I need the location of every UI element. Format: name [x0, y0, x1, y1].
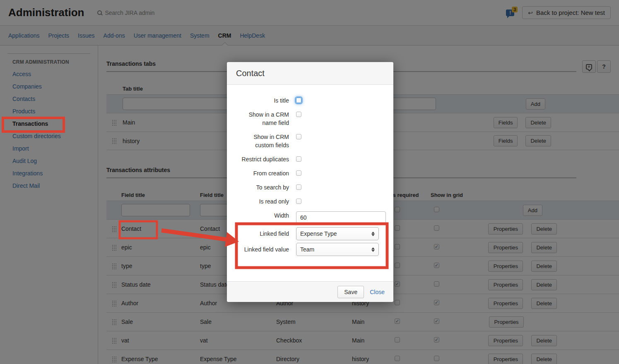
linked-field-value-selected-value: Team	[300, 246, 314, 253]
save-button[interactable]: Save	[337, 286, 364, 298]
is-title-label: Is title	[236, 96, 289, 105]
dialog-footer: Save Close	[227, 281, 393, 302]
to-search-by-checkbox[interactable]	[296, 184, 301, 190]
is-read-only-label: Is read only	[236, 197, 289, 206]
from-creation-label: From creation	[236, 169, 289, 177]
linked-field-value-label: Linked field value	[236, 243, 289, 256]
linked-field-selected-value: Expense Type	[300, 230, 337, 237]
show-in-crm-name-checkbox[interactable]	[296, 112, 301, 117]
dialog-header: Contact	[227, 62, 393, 85]
restrict-duplicates-label: Restrict duplicates	[236, 155, 289, 163]
show-in-crm-custom-checkbox[interactable]	[296, 134, 301, 139]
contact-field-dialog: Contact Is title Show in a CRM name fiel…	[227, 62, 393, 302]
width-input[interactable]	[296, 211, 386, 224]
close-link[interactable]: Close	[370, 289, 385, 295]
from-creation-checkbox[interactable]	[296, 170, 301, 176]
restrict-duplicates-checkbox[interactable]	[296, 156, 301, 162]
is-title-checkbox[interactable]	[296, 98, 301, 103]
select-stepper-icon	[371, 247, 375, 252]
to-search-by-label: To search by	[236, 183, 289, 192]
linked-field-label: Linked field	[236, 227, 289, 240]
width-label: Width	[236, 211, 289, 220]
dialog-body: Is title Show in a CRM name field Show i…	[227, 85, 393, 281]
linked-field-value-select[interactable]: Team	[296, 243, 379, 256]
linked-field-select[interactable]: Expense Type	[296, 227, 379, 240]
show-name-label: Show in a CRM name field	[236, 110, 289, 127]
is-read-only-checkbox[interactable]	[296, 199, 301, 204]
dialog-title: Contact	[236, 69, 265, 78]
show-custom-label: Show in CRM custom fields	[236, 133, 289, 149]
select-stepper-icon	[371, 232, 375, 236]
